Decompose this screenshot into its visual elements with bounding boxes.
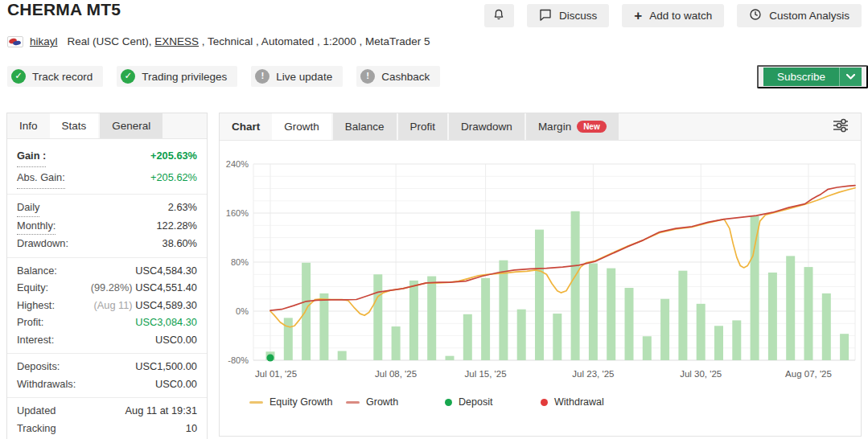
stat-label-abs-gain[interactable]: Abs. Gain: [17, 167, 65, 189]
tab-balance[interactable]: Balance [333, 113, 397, 140]
stat-value-drawdown: 38.60% [162, 235, 197, 252]
plus-icon: + [634, 9, 642, 23]
stat-row-abs-gain: Abs. Gain:+205.62% [17, 167, 197, 189]
growth-chart-area: 240%160%80%0%-80%Jul 01, '25Jul 08, '25J… [220, 141, 861, 382]
stat-value-monthly: 122.28% [156, 217, 197, 236]
tab-profit[interactable]: Profit [398, 113, 448, 140]
daily-gain-bar [751, 216, 759, 360]
legend-label: Growth [366, 396, 398, 408]
tab-drawdown[interactable]: Drawdown [449, 113, 525, 140]
daily-gain-bar [804, 267, 813, 360]
stats-group-2: Daily2.63%Monthly:122.28%Drawdown:38.60% [7, 194, 207, 257]
stat-label-equity: Equity: [17, 279, 48, 297]
page-title: CHERMA MT5 [7, 0, 121, 19]
add-to-watch-label: Add to watch [649, 10, 712, 22]
stat-label-withdrawals: Withdrawals: [17, 375, 76, 393]
stat-row-equity: Equity:(99.28%) USC4,551.40 [17, 279, 197, 297]
daily-gain-bar [571, 211, 580, 360]
daily-gain-bar [373, 274, 382, 360]
stat-value-equity: (99.28%) USC4,551.40 [91, 279, 197, 297]
deposit-marker [267, 354, 274, 361]
chart-settings-button[interactable] [830, 117, 851, 137]
stat-label-drawdown: Drawdown: [17, 235, 68, 252]
tab-label: Balance [345, 121, 385, 133]
daily-gain-bar [589, 264, 598, 360]
stat-row-profit: Profit:USC3,084.30 [17, 314, 197, 331]
legend-item-growth[interactable]: Growth [346, 396, 398, 408]
svg-text:80%: 80% [231, 257, 249, 267]
tab-chart[interactable]: Chart [220, 113, 272, 140]
stat-label-monthly[interactable]: Monthly: [17, 217, 56, 236]
username-link[interactable]: hikayl [30, 35, 58, 47]
tab-general[interactable]: General [100, 113, 162, 138]
stat-value-abs-gain: +205.62% [150, 167, 197, 189]
discuss-button[interactable]: Discuss [527, 4, 609, 27]
legend-item-equity-growth[interactable]: Equity Growth [249, 396, 333, 408]
x-axis-label: Jul 01, '25 [255, 369, 297, 379]
subscribe-button[interactable]: Subscribe [757, 65, 868, 88]
daily-gain-bar [697, 304, 706, 360]
tab-label: Chart [232, 121, 260, 133]
legend-label: Deposit [459, 396, 492, 408]
stat-row-updated: UpdatedAug 11 at 19:31 [17, 402, 197, 420]
daily-gain-bar [822, 293, 831, 360]
legend-line-swatch [346, 401, 360, 404]
stat-label-daily[interactable]: Daily [17, 199, 39, 217]
stat-value-withdrawals: USC0.00 [155, 375, 197, 393]
account-details: Real (USC Cent), EXNESS , Technical , Au… [68, 35, 430, 47]
badge-trading-privileges[interactable]: ✓Trading privileges [117, 66, 237, 87]
broker-link[interactable]: EXNESS [154, 35, 199, 47]
stat-label-gain[interactable]: Gain : [17, 146, 46, 167]
clock-icon [749, 8, 762, 23]
svg-text:160%: 160% [226, 208, 249, 218]
chevron-down-icon[interactable] [839, 68, 862, 86]
stat-row-deposits: Deposits:USC1,500.00 [17, 358, 197, 375]
legend-item-deposit[interactable]: Deposit [445, 396, 492, 408]
stats-panel: InfoStatsGeneral Gain :+205.63%Abs. Gain… [6, 113, 208, 439]
new-badge: New [577, 121, 607, 133]
badge-live-update[interactable]: !Live update [251, 66, 343, 87]
daily-gain-bar [302, 263, 311, 360]
daily-gain-bar [535, 230, 544, 360]
tab-label: Info [19, 120, 38, 132]
chart-panel: ChartGrowthBalanceProfitDrawdownMarginNe… [219, 113, 862, 437]
stat-row-withdrawals: Withdrawals:USC0.00 [17, 375, 197, 393]
daily-gain-bar [768, 273, 777, 360]
stat-row-tracking: Tracking10 [17, 420, 197, 437]
daily-gain-bar [338, 351, 347, 360]
stat-label-interest: Interest: [17, 331, 54, 349]
top-actions: Discuss + Add to watch Custom Analysis [484, 4, 862, 27]
tab-label: General [112, 120, 150, 132]
notifications-button[interactable] [484, 4, 514, 27]
custom-analysis-label: Custom Analysis [769, 10, 849, 22]
discuss-label: Discuss [559, 10, 597, 22]
tab-info[interactable]: Info [7, 113, 50, 138]
stat-value-profit: USC3,084.30 [135, 314, 197, 331]
daily-gain-bar [660, 299, 669, 360]
stat-row-monthly: Monthly:122.28% [17, 217, 197, 236]
badge-label: Trading privileges [142, 71, 227, 83]
stat-row-balance: Balance:USC4,584.30 [17, 262, 197, 280]
stats-group-4: Deposits:USC1,500.00Withdrawals:USC0.00 [7, 353, 207, 397]
growth-chart: 240%160%80%0%-80%Jul 01, '25Jul 08, '25J… [220, 141, 861, 382]
tab-growth[interactable]: Growth [272, 113, 331, 140]
bell-icon [492, 8, 505, 24]
legend-label: Equity Growth [269, 396, 333, 408]
x-axis-label: Aug 07, '25 [785, 369, 832, 379]
daily-gain-bar [446, 356, 455, 360]
badge-cashback[interactable]: !Cashback [356, 66, 440, 87]
tab-margin[interactable]: MarginNew [526, 113, 619, 140]
stat-label-updated: Updated [17, 402, 56, 420]
custom-analysis-button[interactable]: Custom Analysis [737, 4, 862, 27]
legend-item-withdrawal[interactable]: Withdrawal [541, 396, 604, 408]
daily-gain-bar [409, 281, 418, 360]
svg-text:0%: 0% [236, 306, 249, 316]
tab-stats[interactable]: Stats [50, 113, 99, 138]
badge-track-record[interactable]: ✓Track record [7, 66, 103, 87]
add-to-watch-button[interactable]: + Add to watch [622, 4, 724, 27]
stat-value-deposits: USC1,500.00 [135, 358, 197, 375]
daily-gain-bar [840, 334, 849, 360]
daily-gain-bar [517, 310, 526, 360]
verification-badges: ✓Track record✓Trading privileges!Live up… [7, 66, 440, 87]
stat-value-daily: 2.63% [168, 199, 197, 217]
